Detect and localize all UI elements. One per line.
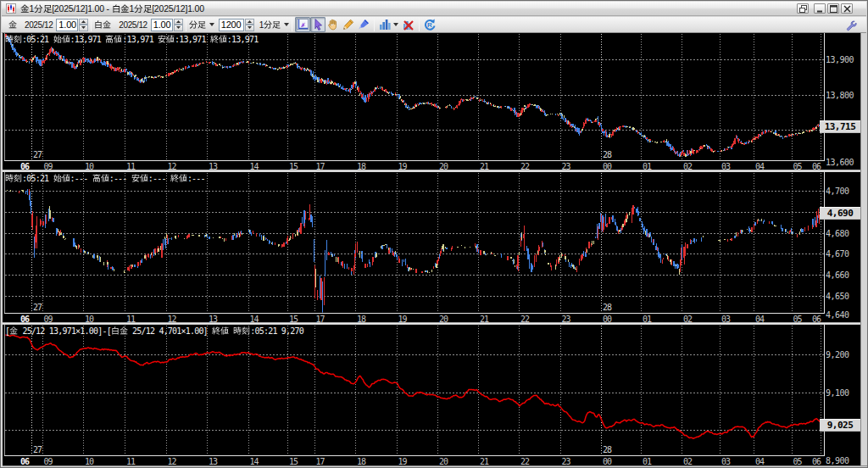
- minimize-button[interactable]: [814, 3, 826, 14]
- v-gridlines: [43, 173, 821, 313]
- chevron-down-icon: [393, 23, 398, 26]
- bar-count-input[interactable]: 1200: [219, 19, 244, 31]
- wrench-icon: [845, 20, 857, 31]
- platinum-month-select[interactable]: 2025/12: [119, 20, 147, 30]
- h-gridlines: [5, 355, 824, 431]
- draw-marker-button[interactable]: [356, 17, 371, 32]
- settings-button[interactable]: [843, 18, 860, 32]
- spin-up-icon[interactable]: [79, 19, 88, 25]
- spin-up-icon[interactable]: [245, 19, 254, 25]
- date-separator-lines: [32, 326, 602, 455]
- pan-button[interactable]: [326, 17, 341, 32]
- pencil-icon: [342, 18, 355, 31]
- platinum-multiplier-input[interactable]: 1.00: [151, 19, 173, 31]
- draw-pencil-button[interactable]: [341, 17, 356, 32]
- bar-count-spinner[interactable]: [245, 19, 254, 31]
- candles-up: [6, 34, 818, 157]
- v-gridlines: [43, 326, 821, 455]
- gold-1min-candlestick-plot[interactable]: [3, 33, 860, 170]
- candles-down: [25, 189, 817, 313]
- spin-down-icon[interactable]: [79, 25, 88, 31]
- title-bar[interactable]: 金1分足[2025/12]1.00 - 白金1分足[2025/12]1.00: [2, 2, 866, 16]
- svg-text:R: R: [427, 21, 432, 29]
- gold-multiplier-spinner[interactable]: [79, 19, 88, 31]
- chevron-down-icon: [284, 23, 289, 26]
- platinum-1min-candlestick-plot[interactable]: [3, 172, 860, 322]
- marker-icon: [357, 18, 370, 31]
- reload-button[interactable]: R: [422, 17, 437, 32]
- gold-platinum-spread-plot[interactable]: [3, 325, 860, 465]
- gold-multiplier-input[interactable]: 1.00: [56, 19, 78, 31]
- plot-frame: [4, 325, 825, 456]
- gold-month-select[interactable]: 2025/12: [25, 20, 53, 30]
- chevron-down-icon: [209, 23, 214, 26]
- bar-chart-icon: [378, 18, 392, 31]
- spin-down-icon[interactable]: [174, 25, 183, 31]
- arrow-cursor-icon: [311, 18, 325, 31]
- chart-window: 金1分足[2025/12]1.00 - 白金1分足[2025/12]1.00 金…: [0, 0, 868, 468]
- platinum-multiplier-spinner[interactable]: [174, 19, 183, 31]
- spin-up-icon[interactable]: [174, 19, 183, 25]
- chart-cursor-icon: [296, 18, 309, 31]
- chart-type-button[interactable]: [377, 17, 392, 32]
- spin-down-icon[interactable]: [245, 25, 254, 31]
- delete-chart-button[interactable]: [401, 17, 416, 32]
- date-separator-lines: [32, 173, 602, 313]
- plot-frame: [4, 172, 825, 314]
- crosshair-mode-button[interactable]: [295, 17, 310, 32]
- h-gridlines: [5, 192, 824, 297]
- plot-frame: [4, 33, 825, 161]
- float-window-button[interactable]: [797, 3, 809, 14]
- hand-icon: [326, 18, 340, 31]
- spread-line: [6, 335, 820, 438]
- platinum-label: 白金: [94, 20, 111, 30]
- maximize-button[interactable]: [827, 3, 839, 14]
- window-right-edge: [860, 33, 868, 468]
- v-gridlines: [43, 34, 821, 160]
- gold-label: 金: [8, 20, 17, 30]
- select-mode-button[interactable]: [310, 17, 326, 32]
- close-button[interactable]: [841, 3, 853, 14]
- h-gridlines: [5, 60, 824, 131]
- window-title: 金1分足[2025/12]1.00 - 白金1分足[2025/12]1.00: [20, 3, 204, 14]
- app-icon: [6, 3, 16, 14]
- period-type-select[interactable]: 分足: [189, 20, 214, 30]
- chart-delete-icon: [402, 18, 415, 31]
- toolbar: 金 2025/12 1.00 白金 2025/12 1.00 分足 1200 1…: [2, 17, 866, 33]
- candles-flat: [12, 44, 818, 157]
- refresh-icon: R: [423, 18, 437, 31]
- date-separator-lines: [32, 34, 602, 160]
- interval-select[interactable]: 1分足: [259, 20, 289, 30]
- candles-up: [19, 189, 819, 305]
